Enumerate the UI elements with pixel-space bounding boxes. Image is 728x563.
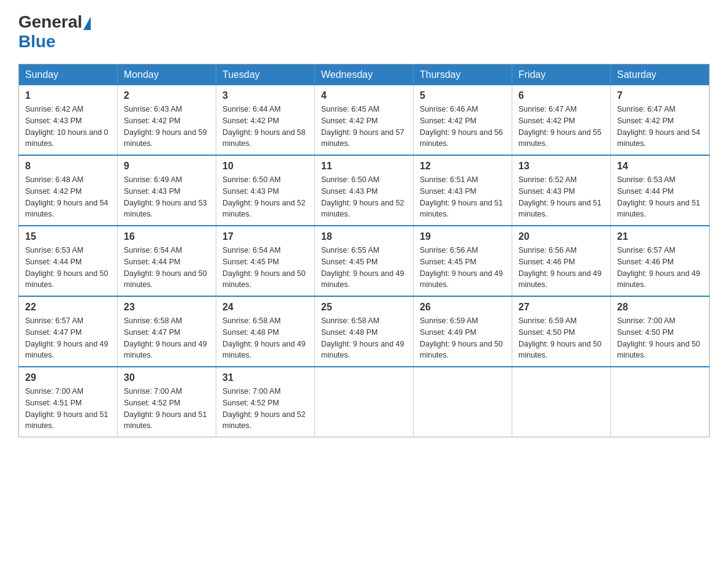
calendar-week-row: 8 Sunrise: 6:48 AMSunset: 4:42 PMDayligh… (19, 155, 710, 226)
day-info: Sunrise: 6:56 AMSunset: 4:45 PMDaylight:… (420, 245, 506, 291)
calendar-cell: 23 Sunrise: 6:58 AMSunset: 4:47 PMDaylig… (118, 296, 216, 367)
calendar-cell: 16 Sunrise: 6:54 AMSunset: 4:44 PMDaylig… (118, 226, 216, 296)
day-number: 29 (25, 372, 111, 383)
day-number: 13 (518, 161, 604, 172)
calendar-cell: 1 Sunrise: 6:42 AMSunset: 4:43 PMDayligh… (19, 85, 118, 155)
day-number: 7 (617, 90, 703, 101)
weekday-header-friday: Friday (512, 64, 611, 86)
day-number: 2 (124, 90, 210, 101)
calendar-cell: 9 Sunrise: 6:49 AMSunset: 4:43 PMDayligh… (118, 155, 216, 226)
day-number: 21 (617, 231, 703, 242)
calendar-cell: 4 Sunrise: 6:45 AMSunset: 4:42 PMDayligh… (315, 85, 414, 155)
weekday-header-sunday: Sunday (19, 64, 118, 86)
day-info: Sunrise: 6:48 AMSunset: 4:42 PMDaylight:… (25, 174, 111, 220)
day-number: 5 (420, 90, 506, 101)
calendar-cell: 14 Sunrise: 6:53 AMSunset: 4:44 PMDaylig… (611, 155, 710, 226)
calendar-week-row: 22 Sunrise: 6:57 AMSunset: 4:47 PMDaylig… (19, 296, 710, 367)
calendar-cell: 22 Sunrise: 6:57 AMSunset: 4:47 PMDaylig… (19, 296, 118, 367)
day-number: 23 (124, 302, 210, 313)
day-number: 10 (222, 161, 308, 172)
day-number: 28 (617, 302, 703, 313)
day-number: 1 (25, 90, 111, 101)
calendar-cell: 30 Sunrise: 7:00 AMSunset: 4:52 PMDaylig… (118, 367, 216, 437)
day-info: Sunrise: 7:00 AMSunset: 4:50 PMDaylight:… (617, 315, 703, 361)
day-info: Sunrise: 6:45 AMSunset: 4:42 PMDaylight:… (321, 104, 407, 150)
calendar-cell: 2 Sunrise: 6:43 AMSunset: 4:42 PMDayligh… (118, 85, 216, 155)
calendar-table: SundayMondayTuesdayWednesdayThursdayFrid… (18, 64, 710, 437)
day-info: Sunrise: 6:47 AMSunset: 4:42 PMDaylight:… (518, 104, 604, 150)
calendar-cell: 10 Sunrise: 6:50 AMSunset: 4:43 PMDaylig… (216, 155, 315, 226)
calendar-week-row: 1 Sunrise: 6:42 AMSunset: 4:43 PMDayligh… (19, 85, 710, 155)
calendar-cell: 27 Sunrise: 6:59 AMSunset: 4:50 PMDaylig… (512, 296, 611, 367)
day-number: 16 (124, 231, 210, 242)
calendar-cell: 18 Sunrise: 6:55 AMSunset: 4:45 PMDaylig… (315, 226, 414, 296)
day-number: 8 (25, 161, 111, 172)
calendar-cell: 31 Sunrise: 7:00 AMSunset: 4:52 PMDaylig… (216, 367, 315, 437)
calendar-cell: 24 Sunrise: 6:58 AMSunset: 4:48 PMDaylig… (216, 296, 315, 367)
logo-blue-text: Blue (18, 32, 56, 51)
calendar-cell: 25 Sunrise: 6:58 AMSunset: 4:48 PMDaylig… (315, 296, 414, 367)
calendar-week-row: 15 Sunrise: 6:53 AMSunset: 4:44 PMDaylig… (19, 226, 710, 296)
day-info: Sunrise: 6:59 AMSunset: 4:49 PMDaylight:… (420, 315, 506, 361)
day-info: Sunrise: 6:50 AMSunset: 4:43 PMDaylight:… (222, 174, 308, 220)
day-info: Sunrise: 7:00 AMSunset: 4:52 PMDaylight:… (222, 386, 308, 432)
day-info: Sunrise: 6:54 AMSunset: 4:45 PMDaylight:… (222, 245, 308, 291)
calendar-cell: 3 Sunrise: 6:44 AMSunset: 4:42 PMDayligh… (216, 85, 315, 155)
day-number: 3 (222, 90, 308, 101)
day-number: 31 (222, 372, 308, 383)
calendar-cell: 19 Sunrise: 6:56 AMSunset: 4:45 PMDaylig… (414, 226, 512, 296)
day-number: 11 (321, 161, 407, 172)
day-info: Sunrise: 6:57 AMSunset: 4:47 PMDaylight:… (25, 315, 111, 361)
day-number: 14 (617, 161, 703, 172)
calendar-cell: 11 Sunrise: 6:50 AMSunset: 4:43 PMDaylig… (315, 155, 414, 226)
day-info: Sunrise: 6:58 AMSunset: 4:48 PMDaylight:… (222, 315, 308, 361)
day-number: 6 (518, 90, 604, 101)
day-number: 26 (420, 302, 506, 313)
weekday-header-wednesday: Wednesday (315, 64, 414, 86)
day-info: Sunrise: 6:56 AMSunset: 4:46 PMDaylight:… (518, 245, 604, 291)
day-info: Sunrise: 6:54 AMSunset: 4:44 PMDaylight:… (124, 245, 210, 291)
calendar-cell: 26 Sunrise: 6:59 AMSunset: 4:49 PMDaylig… (414, 296, 512, 367)
day-number: 30 (124, 372, 210, 383)
calendar-cell (512, 367, 611, 437)
day-number: 4 (321, 90, 407, 101)
day-info: Sunrise: 6:42 AMSunset: 4:43 PMDaylight:… (25, 104, 111, 150)
day-info: Sunrise: 6:47 AMSunset: 4:42 PMDaylight:… (617, 104, 703, 150)
day-info: Sunrise: 6:53 AMSunset: 4:44 PMDaylight:… (25, 245, 111, 291)
calendar-cell (611, 367, 710, 437)
day-number: 17 (222, 231, 308, 242)
day-number: 9 (124, 161, 210, 172)
day-info: Sunrise: 6:58 AMSunset: 4:48 PMDaylight:… (321, 315, 407, 361)
day-info: Sunrise: 6:44 AMSunset: 4:42 PMDaylight:… (222, 104, 308, 150)
calendar-cell: 6 Sunrise: 6:47 AMSunset: 4:42 PMDayligh… (512, 85, 611, 155)
day-info: Sunrise: 6:50 AMSunset: 4:43 PMDaylight:… (321, 174, 407, 220)
day-info: Sunrise: 6:59 AMSunset: 4:50 PMDaylight:… (518, 315, 604, 361)
day-info: Sunrise: 6:55 AMSunset: 4:45 PMDaylight:… (321, 245, 407, 291)
calendar-cell: 13 Sunrise: 6:52 AMSunset: 4:43 PMDaylig… (512, 155, 611, 226)
logo-general-text: General (18, 12, 82, 32)
day-number: 27 (518, 302, 604, 313)
calendar-cell: 15 Sunrise: 6:53 AMSunset: 4:44 PMDaylig… (19, 226, 118, 296)
day-info: Sunrise: 7:00 AMSunset: 4:52 PMDaylight:… (124, 386, 210, 432)
day-info: Sunrise: 6:58 AMSunset: 4:47 PMDaylight:… (124, 315, 210, 361)
day-info: Sunrise: 6:53 AMSunset: 4:44 PMDaylight:… (617, 174, 703, 220)
calendar-cell: 28 Sunrise: 7:00 AMSunset: 4:50 PMDaylig… (611, 296, 710, 367)
day-info: Sunrise: 7:00 AMSunset: 4:51 PMDaylight:… (25, 386, 111, 432)
weekday-header-row: SundayMondayTuesdayWednesdayThursdayFrid… (19, 64, 710, 86)
day-number: 15 (25, 231, 111, 242)
calendar-cell: 7 Sunrise: 6:47 AMSunset: 4:42 PMDayligh… (611, 85, 710, 155)
day-info: Sunrise: 6:49 AMSunset: 4:43 PMDaylight:… (124, 174, 210, 220)
logo-triangle-icon (83, 17, 91, 30)
weekday-header-thursday: Thursday (414, 64, 512, 86)
day-info: Sunrise: 6:57 AMSunset: 4:46 PMDaylight:… (617, 245, 703, 291)
day-number: 25 (321, 302, 407, 313)
calendar-week-row: 29 Sunrise: 7:00 AMSunset: 4:51 PMDaylig… (19, 367, 710, 437)
weekday-header-monday: Monday (118, 64, 216, 86)
logo: General Blue (18, 12, 92, 52)
calendar-cell: 21 Sunrise: 6:57 AMSunset: 4:46 PMDaylig… (611, 226, 710, 296)
calendar-cell: 8 Sunrise: 6:48 AMSunset: 4:42 PMDayligh… (19, 155, 118, 226)
calendar-cell: 20 Sunrise: 6:56 AMSunset: 4:46 PMDaylig… (512, 226, 611, 296)
weekday-header-saturday: Saturday (611, 64, 710, 86)
day-info: Sunrise: 6:46 AMSunset: 4:42 PMDaylight:… (420, 104, 506, 150)
day-number: 20 (518, 231, 604, 242)
